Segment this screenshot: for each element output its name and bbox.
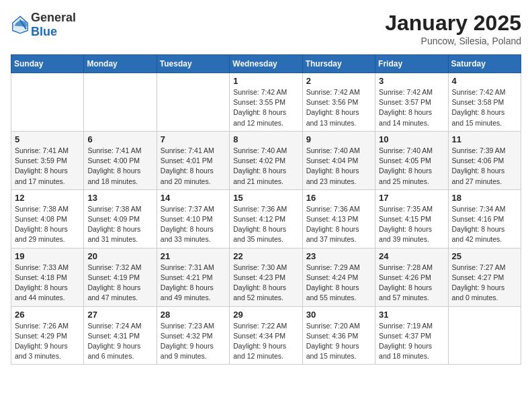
day-number: 22	[233, 251, 298, 261]
calendar-week-row: 26Sunrise: 7:26 AM Sunset: 4:29 PM Dayli…	[11, 306, 521, 365]
day-number: 19	[15, 251, 80, 261]
calendar-cell: 16Sunrise: 7:36 AM Sunset: 4:13 PM Dayli…	[302, 189, 375, 248]
calendar-cell: 17Sunrise: 7:35 AM Sunset: 4:15 PM Dayli…	[375, 189, 448, 248]
day-info: Sunrise: 7:41 AM Sunset: 4:01 PM Dayligh…	[161, 146, 226, 187]
calendar-cell: 19Sunrise: 7:33 AM Sunset: 4:18 PM Dayli…	[11, 248, 84, 306]
day-info: Sunrise: 7:33 AM Sunset: 4:18 PM Dayligh…	[15, 263, 80, 304]
day-number: 3	[379, 76, 444, 86]
day-info: Sunrise: 7:26 AM Sunset: 4:29 PM Dayligh…	[15, 321, 80, 362]
day-number: 14	[161, 193, 226, 203]
day-info: Sunrise: 7:32 AM Sunset: 4:19 PM Dayligh…	[87, 263, 152, 304]
day-number: 20	[87, 251, 152, 261]
day-info: Sunrise: 7:36 AM Sunset: 4:12 PM Dayligh…	[233, 204, 298, 245]
day-number: 1	[233, 76, 298, 86]
day-number: 31	[379, 310, 444, 320]
calendar-cell: 21Sunrise: 7:31 AM Sunset: 4:21 PM Dayli…	[157, 248, 229, 306]
calendar-cell	[84, 73, 157, 132]
calendar-cell: 15Sunrise: 7:36 AM Sunset: 4:12 PM Dayli…	[230, 189, 302, 248]
calendar-cell: 18Sunrise: 7:34 AM Sunset: 4:16 PM Dayli…	[448, 189, 521, 248]
calendar-cell: 6Sunrise: 7:41 AM Sunset: 4:00 PM Daylig…	[84, 131, 157, 189]
day-info: Sunrise: 7:19 AM Sunset: 4:37 PM Dayligh…	[379, 321, 444, 362]
calendar-cell	[11, 73, 84, 132]
logo-text: General Blue	[31, 11, 76, 39]
day-number: 5	[15, 134, 80, 144]
calendar-cell: 27Sunrise: 7:24 AM Sunset: 4:31 PM Dayli…	[84, 306, 157, 365]
title-block: January 2025 Puncow, Silesia, Poland	[385, 11, 521, 46]
day-number: 23	[306, 251, 371, 261]
day-info: Sunrise: 7:27 AM Sunset: 4:27 PM Dayligh…	[452, 263, 517, 304]
day-info: Sunrise: 7:28 AM Sunset: 4:26 PM Dayligh…	[379, 263, 444, 304]
calendar-week-row: 12Sunrise: 7:38 AM Sunset: 4:08 PM Dayli…	[11, 189, 521, 248]
day-number: 28	[161, 310, 226, 320]
calendar-cell: 2Sunrise: 7:42 AM Sunset: 3:56 PM Daylig…	[302, 73, 375, 132]
weekday-header: Wednesday	[230, 55, 302, 73]
logo-icon	[11, 15, 30, 34]
calendar-cell: 30Sunrise: 7:20 AM Sunset: 4:36 PM Dayli…	[302, 306, 375, 365]
calendar-cell: 20Sunrise: 7:32 AM Sunset: 4:19 PM Dayli…	[84, 248, 157, 306]
day-info: Sunrise: 7:23 AM Sunset: 4:32 PM Dayligh…	[161, 321, 226, 362]
day-info: Sunrise: 7:36 AM Sunset: 4:13 PM Dayligh…	[306, 204, 371, 245]
day-info: Sunrise: 7:42 AM Sunset: 3:56 PM Dayligh…	[306, 87, 371, 128]
weekday-header: Friday	[375, 55, 448, 73]
calendar-cell: 14Sunrise: 7:37 AM Sunset: 4:10 PM Dayli…	[157, 189, 229, 248]
page-title: January 2025	[385, 11, 521, 36]
calendar-cell: 25Sunrise: 7:27 AM Sunset: 4:27 PM Dayli…	[448, 248, 521, 306]
day-number: 4	[452, 76, 517, 86]
day-info: Sunrise: 7:34 AM Sunset: 4:16 PM Dayligh…	[452, 204, 517, 245]
day-number: 9	[306, 134, 371, 144]
day-info: Sunrise: 7:35 AM Sunset: 4:15 PM Dayligh…	[379, 204, 444, 245]
day-number: 27	[87, 310, 152, 320]
logo-blue: Blue	[31, 25, 57, 38]
day-number: 6	[87, 134, 152, 144]
day-info: Sunrise: 7:42 AM Sunset: 3:58 PM Dayligh…	[452, 87, 517, 128]
logo: General Blue	[11, 11, 76, 39]
day-number: 12	[15, 193, 80, 203]
weekday-header: Tuesday	[157, 55, 229, 73]
calendar-cell	[157, 73, 229, 132]
day-info: Sunrise: 7:24 AM Sunset: 4:31 PM Dayligh…	[87, 321, 152, 362]
calendar-cell: 10Sunrise: 7:40 AM Sunset: 4:05 PM Dayli…	[375, 131, 448, 189]
calendar-table: SundayMondayTuesdayWednesdayThursdayFrid…	[11, 54, 521, 365]
day-number: 24	[379, 251, 444, 261]
day-info: Sunrise: 7:30 AM Sunset: 4:23 PM Dayligh…	[233, 263, 298, 304]
calendar-week-row: 19Sunrise: 7:33 AM Sunset: 4:18 PM Dayli…	[11, 248, 521, 306]
calendar-cell: 23Sunrise: 7:29 AM Sunset: 4:24 PM Dayli…	[302, 248, 375, 306]
day-info: Sunrise: 7:38 AM Sunset: 4:08 PM Dayligh…	[15, 204, 80, 245]
day-info: Sunrise: 7:38 AM Sunset: 4:09 PM Dayligh…	[87, 204, 152, 245]
day-number: 17	[379, 193, 444, 203]
weekday-header: Thursday	[302, 55, 375, 73]
day-number: 10	[379, 134, 444, 144]
day-info: Sunrise: 7:40 AM Sunset: 4:04 PM Dayligh…	[306, 146, 371, 187]
calendar-week-row: 5Sunrise: 7:41 AM Sunset: 3:59 PM Daylig…	[11, 131, 521, 189]
calendar-cell: 1Sunrise: 7:42 AM Sunset: 3:55 PM Daylig…	[230, 73, 302, 132]
day-number: 30	[306, 310, 371, 320]
page-header: General Blue January 2025 Puncow, Silesi…	[11, 11, 521, 46]
calendar-week-row: 1Sunrise: 7:42 AM Sunset: 3:55 PM Daylig…	[11, 73, 521, 132]
day-number: 26	[15, 310, 80, 320]
day-number: 2	[306, 76, 371, 86]
page-subtitle: Puncow, Silesia, Poland	[385, 36, 521, 46]
weekday-header: Sunday	[11, 55, 84, 73]
day-number: 13	[87, 193, 152, 203]
day-number: 18	[452, 193, 517, 203]
day-info: Sunrise: 7:41 AM Sunset: 3:59 PM Dayligh…	[15, 146, 80, 187]
calendar-cell: 28Sunrise: 7:23 AM Sunset: 4:32 PM Dayli…	[157, 306, 229, 365]
calendar-cell: 26Sunrise: 7:26 AM Sunset: 4:29 PM Dayli…	[11, 306, 84, 365]
day-number: 29	[233, 310, 298, 320]
day-number: 25	[452, 251, 517, 261]
logo-general: General	[31, 11, 76, 24]
calendar-cell: 5Sunrise: 7:41 AM Sunset: 3:59 PM Daylig…	[11, 131, 84, 189]
calendar-cell: 7Sunrise: 7:41 AM Sunset: 4:01 PM Daylig…	[157, 131, 229, 189]
day-info: Sunrise: 7:39 AM Sunset: 4:06 PM Dayligh…	[452, 146, 517, 187]
day-info: Sunrise: 7:20 AM Sunset: 4:36 PM Dayligh…	[306, 321, 371, 362]
day-number: 15	[233, 193, 298, 203]
calendar-cell: 9Sunrise: 7:40 AM Sunset: 4:04 PM Daylig…	[302, 131, 375, 189]
calendar-cell	[448, 306, 521, 365]
calendar-cell: 13Sunrise: 7:38 AM Sunset: 4:09 PM Dayli…	[84, 189, 157, 248]
day-info: Sunrise: 7:37 AM Sunset: 4:10 PM Dayligh…	[161, 204, 226, 245]
day-info: Sunrise: 7:40 AM Sunset: 4:05 PM Dayligh…	[379, 146, 444, 187]
day-info: Sunrise: 7:31 AM Sunset: 4:21 PM Dayligh…	[161, 263, 226, 304]
calendar-cell: 31Sunrise: 7:19 AM Sunset: 4:37 PM Dayli…	[375, 306, 448, 365]
calendar-cell: 22Sunrise: 7:30 AM Sunset: 4:23 PM Dayli…	[230, 248, 302, 306]
weekday-header: Saturday	[448, 55, 521, 73]
